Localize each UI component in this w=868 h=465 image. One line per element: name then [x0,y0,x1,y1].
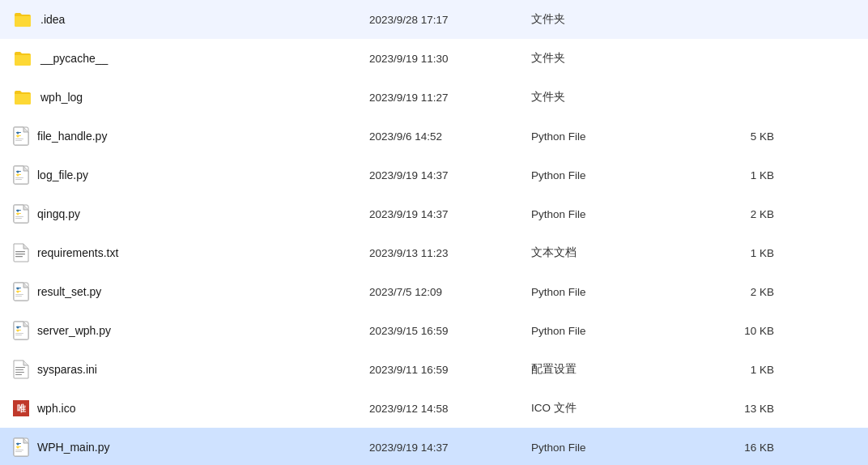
file-row[interactable]: server_wph.py 2023/9/15 16:59 Python Fil… [0,311,868,350]
file-name-label: qingq.py [37,207,80,220]
svg-rect-3 [16,132,21,133]
file-name-col: server_wph.py [13,321,369,340]
svg-rect-6 [15,140,22,141]
file-name-label: file_handle.py [37,130,107,143]
file-name-label: __pycache__ [40,52,108,65]
file-date-col: 2023/9/19 14:37 [369,169,531,181]
file-date-col: 2023/9/6 14:52 [369,130,531,143]
file-row[interactable]: sysparas.ini 2023/9/11 16:59 配置设置 1 KB [0,350,868,389]
file-name-col: __pycache__ [13,50,369,66]
file-row[interactable]: WPH_main.py 2023/9/19 14:37 Python File … [0,428,868,465]
file-name-label: wph_log [40,91,83,104]
file-date-col: 2023/9/19 11:30 [369,53,531,65]
svg-rect-12 [15,177,23,178]
file-type-col: Python File [531,325,693,337]
svg-rect-17 [16,210,21,211]
svg-rect-5 [15,139,23,139]
file-row[interactable]: result_set.py 2023/7/5 12:09 Python File… [0,272,868,311]
svg-rect-11 [16,174,21,175]
python-file-icon [13,282,29,301]
file-size-col: 13 KB [693,403,774,415]
ini-file-icon [13,360,29,379]
file-type-col: Python File [531,286,693,298]
python-file-icon [13,126,29,146]
file-name-col: WPH_main.py [13,437,369,457]
file-type-col: 文件夹 [531,51,693,66]
file-row[interactable]: wph_log 2023/9/19 11:27 文件夹 [0,78,868,117]
file-row[interactable]: 唯 wph.ico 2023/9/12 14:58 ICO 文件 13 KB [0,389,868,428]
file-name-label: requirements.txt [37,246,118,259]
svg-rect-13 [15,179,22,180]
file-list: .idea 2023/9/28 17:17 文件夹 __pycache__ 20… [0,0,868,465]
file-row[interactable]: __pycache__ 2023/9/19 11:30 文件夹 [0,39,868,78]
file-type-col: Python File [531,130,693,143]
file-name-col: wph_log [13,89,369,105]
file-name-col: requirements.txt [13,243,369,262]
svg-rect-45 [16,443,21,444]
svg-rect-4 [16,135,21,136]
file-name-label: WPH_main.py [37,441,109,454]
file-row[interactable]: log_file.py 2023/9/19 14:37 Python File … [0,156,868,194]
file-name-label: wph.ico [37,402,75,415]
python-file-icon [13,204,29,224]
file-size-col: 5 KB [693,130,774,143]
file-size-col: 16 KB [693,442,774,454]
file-name-label: server_wph.py [37,324,111,337]
file-size-col: 1 KB [693,169,774,181]
file-row[interactable]: requirements.txt 2023/9/13 11:23 文本文档 1 … [0,233,868,272]
file-name-label: .idea [40,13,65,26]
file-date-col: 2023/9/13 11:23 [369,247,531,259]
file-date-col: 2023/9/28 17:17 [369,14,531,26]
svg-rect-22 [15,254,25,254]
file-size-col: 1 KB [693,247,774,259]
file-date-col: 2023/9/19 14:37 [369,442,531,454]
svg-rect-39 [15,369,23,370]
svg-rect-20 [15,218,22,219]
ico-file-icon: 唯 [13,400,29,416]
svg-rect-28 [16,291,21,292]
folder-icon [13,50,32,66]
file-size-col: 2 KB [693,286,774,298]
svg-rect-41 [15,374,22,375]
file-name-col: file_handle.py [13,126,369,146]
file-date-col: 2023/9/19 14:37 [369,208,531,220]
python-file-icon [13,437,29,457]
file-name-col: qingq.py [13,204,369,224]
file-type-col: 配置设置 [531,362,693,377]
svg-rect-21 [15,251,25,252]
file-name-col: log_file.py [13,165,369,185]
svg-rect-18 [16,213,21,214]
file-row[interactable]: .idea 2023/9/28 17:17 文件夹 [0,0,868,39]
file-name-col: .idea [13,11,369,28]
file-type-col: Python File [531,208,693,220]
svg-rect-35 [16,330,21,331]
file-type-col: Python File [531,442,693,454]
file-date-col: 2023/7/5 12:09 [369,286,531,298]
file-name-col: sysparas.ini [13,360,369,379]
folder-icon [13,11,32,28]
file-date-col: 2023/9/19 11:27 [369,92,531,104]
svg-rect-37 [15,335,22,335]
file-date-col: 2023/9/11 16:59 [369,364,531,376]
svg-rect-47 [15,450,23,450]
file-name-label: result_set.py [37,285,101,298]
svg-rect-23 [15,256,23,257]
file-name-label: sysparas.ini [37,363,97,376]
file-type-col: ICO 文件 [531,401,693,416]
file-date-col: 2023/9/12 14:58 [369,403,531,415]
text-file-icon [13,243,29,262]
file-size-col: 1 KB [693,364,774,376]
file-row[interactable]: qingq.py 2023/9/19 14:37 Python File 2 K… [0,194,868,233]
file-date-col: 2023/9/15 16:59 [369,325,531,337]
file-row[interactable]: file_handle.py 2023/9/6 14:52 Python Fil… [0,117,868,156]
python-file-icon [13,321,29,340]
file-type-col: 文本文档 [531,245,693,260]
svg-rect-48 [15,451,22,452]
svg-rect-10 [16,171,21,172]
svg-rect-40 [15,372,24,373]
python-file-icon [13,165,29,185]
svg-rect-38 [15,367,25,368]
svg-rect-30 [15,296,22,296]
file-name-label: log_file.py [37,169,88,181]
svg-rect-29 [15,294,23,295]
